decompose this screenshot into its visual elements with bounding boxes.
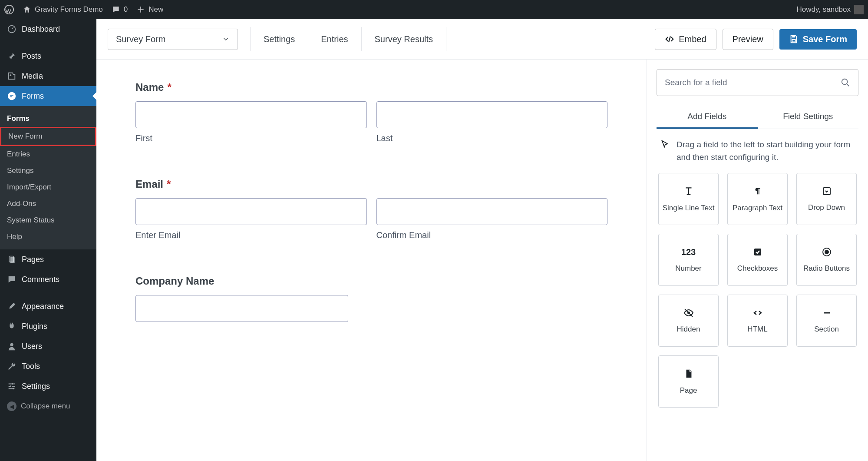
radio-icon: [822, 247, 832, 257]
sublabel-last: Last: [376, 133, 608, 143]
field-label: Company Name: [135, 275, 607, 287]
first-name-input[interactable]: [135, 101, 367, 128]
drag-hint: Drag a field to the left to start buildi…: [657, 129, 858, 173]
field-drop-down[interactable]: Drop Down: [796, 173, 857, 225]
sidebar-item-label: Forms: [22, 92, 44, 101]
sidebar-item-settings[interactable]: Settings: [0, 376, 96, 396]
save-form-button[interactable]: Save Form: [779, 29, 857, 50]
tab-settings[interactable]: Settings: [251, 34, 308, 44]
dropdown-icon: [822, 186, 832, 196]
sidebar-item-label: Settings: [22, 382, 50, 391]
field-search-input[interactable]: [665, 78, 841, 87]
sidebar-sub-addons[interactable]: Add-Ons: [0, 196, 96, 212]
field-search-wrap[interactable]: [657, 69, 858, 96]
sidebar-item-media[interactable]: Media: [0, 66, 96, 86]
field-section[interactable]: Section: [796, 295, 857, 347]
field-radio-buttons[interactable]: Radio Buttons: [796, 234, 857, 286]
collapse-label: Collapse menu: [21, 402, 70, 411]
svg-point-9: [13, 388, 15, 390]
sidebar-sub-new-form[interactable]: New Form: [0, 127, 96, 146]
field-email[interactable]: Email* Enter Email Confirm Email: [135, 178, 607, 240]
sidebar-item-label: Tools: [22, 362, 40, 371]
panel-tabs: Add Fields Field Settings: [657, 106, 858, 129]
sidebar-sub-import-export[interactable]: Import/Export: [0, 179, 96, 196]
wrench-icon: [7, 362, 17, 371]
tab-entries[interactable]: Entries: [308, 34, 361, 44]
sidebar-item-comments[interactable]: Comments: [0, 269, 96, 289]
preview-label: Preview: [733, 34, 763, 44]
svg-rect-5: [10, 257, 15, 263]
field-paragraph-text[interactable]: Paragraph Text: [727, 173, 788, 225]
site-home-link[interactable]: Gravity Forms Demo: [23, 5, 103, 14]
media-icon: [7, 71, 17, 81]
sidebar-item-label: Users: [22, 342, 42, 351]
forms-icon: [7, 91, 17, 101]
sidebar-item-label: Appearance: [22, 302, 64, 311]
pages-icon: [7, 255, 17, 264]
field-page[interactable]: Page: [658, 355, 719, 408]
field-number[interactable]: 123 Number: [658, 234, 719, 286]
new-content-link[interactable]: New: [136, 5, 163, 14]
sidebar-sub-forms[interactable]: Forms: [0, 110, 96, 127]
sidebar-item-posts[interactable]: Posts: [0, 46, 96, 66]
home-icon: [23, 5, 31, 14]
sidebar-item-label: Posts: [22, 52, 41, 61]
svg-point-8: [10, 385, 11, 387]
main-content: Survey Form Settings Entries Survey Resu…: [96, 19, 868, 461]
sidebar-sub-help[interactable]: Help: [0, 229, 96, 245]
sidebar-item-dashboard[interactable]: Dashboard: [0, 19, 96, 39]
collapse-icon: ◀: [7, 401, 17, 411]
svg-point-16: [825, 250, 828, 254]
sidebar-item-appearance[interactable]: Appearance: [0, 296, 96, 316]
preview-button[interactable]: Preview: [723, 29, 773, 50]
confirm-email-input[interactable]: [376, 198, 608, 225]
sliders-icon: [7, 381, 17, 391]
enter-email-input[interactable]: [135, 198, 367, 225]
field-label: Name*: [135, 81, 607, 93]
embed-button[interactable]: Embed: [655, 29, 716, 50]
sidebar-sub-settings[interactable]: Settings: [0, 163, 96, 179]
user-icon: [7, 342, 17, 351]
sidebar-item-users[interactable]: Users: [0, 336, 96, 356]
dashboard-icon: [7, 24, 17, 34]
number-icon: 123: [681, 247, 696, 257]
tab-add-fields[interactable]: Add Fields: [657, 106, 758, 129]
fields-grid: Single Line Text Paragraph Text Drop Dow…: [657, 173, 858, 418]
pin-icon: [7, 51, 17, 61]
field-checkboxes[interactable]: Checkboxes: [727, 234, 788, 286]
form-switcher-dropdown[interactable]: Survey Form: [108, 29, 238, 50]
avatar: [854, 5, 864, 14]
admin-sidebar: Dashboard Posts Media Forms Forms New Fo…: [0, 19, 96, 461]
plus-icon: [136, 5, 145, 14]
company-name-input[interactable]: [135, 295, 348, 322]
tab-survey-results[interactable]: Survey Results: [362, 34, 446, 44]
admin-bar: Gravity Forms Demo 0 New Howdy, sandbox: [0, 0, 868, 19]
collapse-menu-button[interactable]: ◀ Collapse menu: [0, 396, 96, 416]
svg-rect-11: [792, 40, 795, 42]
field-company[interactable]: Company Name: [135, 275, 607, 322]
field-hidden[interactable]: Hidden: [658, 295, 719, 347]
field-html[interactable]: HTML: [727, 295, 788, 347]
sublabel-first: First: [135, 133, 367, 143]
svg-point-3: [8, 92, 16, 100]
fields-panel: Add Fields Field Settings Drag a field t…: [647, 60, 868, 461]
sidebar-item-plugins[interactable]: Plugins: [0, 316, 96, 336]
comments-link[interactable]: 0: [112, 5, 128, 14]
field-single-line-text[interactable]: Single Line Text: [658, 173, 719, 225]
tab-field-settings[interactable]: Field Settings: [758, 106, 859, 129]
sidebar-item-forms[interactable]: Forms: [0, 86, 96, 106]
svg-point-2: [10, 74, 11, 76]
sidebar-item-pages[interactable]: Pages: [0, 249, 96, 269]
field-name[interactable]: Name* First Last: [135, 81, 607, 143]
sidebar-sub-entries[interactable]: Entries: [0, 146, 96, 163]
svg-rect-10: [792, 36, 795, 38]
plug-icon: [7, 322, 17, 331]
sidebar-item-tools[interactable]: Tools: [0, 356, 96, 376]
sidebar-item-label: Comments: [22, 275, 59, 284]
user-menu[interactable]: Howdy, sandbox: [797, 5, 864, 14]
last-name-input[interactable]: [376, 101, 608, 128]
sidebar-item-label: Media: [22, 72, 43, 81]
sidebar-sub-system-status[interactable]: System Status: [0, 212, 96, 229]
wp-logo[interactable]: [4, 5, 14, 14]
svg-point-6: [10, 343, 13, 346]
